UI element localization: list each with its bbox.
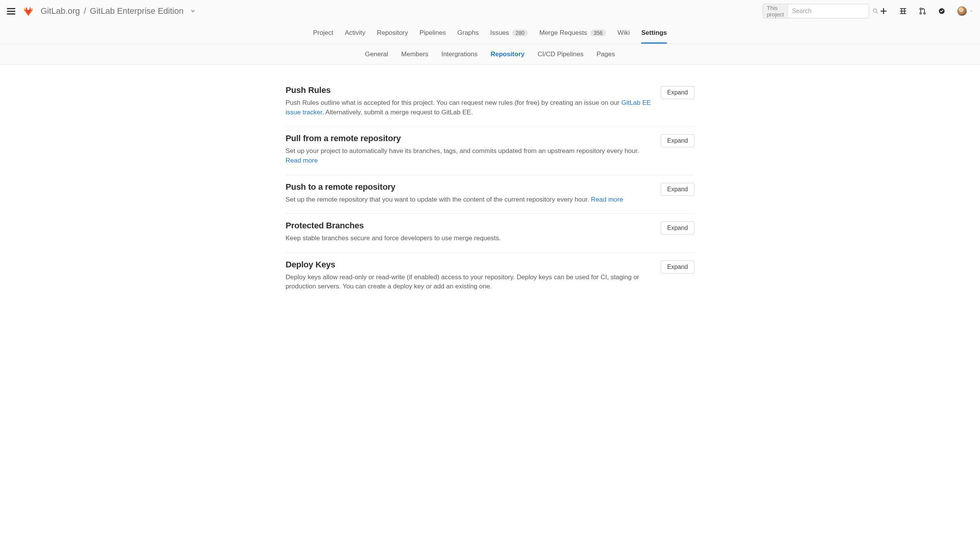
top-bar: GitLab.org / GitLab Enterprise Edition T…	[0, 0, 980, 44]
section-deploy-keys: Deploy Keys Deploy keys allow read-only …	[286, 253, 694, 301]
section-desc: Keep stable branches secure and force de…	[286, 234, 652, 243]
section-pull-remote: Pull from a remote repository Set up you…	[286, 127, 694, 175]
subnav-integrations[interactable]: Intergrations	[442, 50, 478, 58]
issues-icon[interactable]	[899, 7, 907, 15]
nav-settings[interactable]: Settings	[641, 22, 667, 43]
expand-pull-remote-button[interactable]: Expand	[661, 134, 694, 147]
header-actions	[880, 6, 973, 16]
read-more-link[interactable]: Read more	[591, 196, 623, 203]
section-desc: Set up the remote repository that you wa…	[286, 195, 652, 205]
svg-point-2	[920, 8, 921, 10]
nav-graphs[interactable]: Graphs	[457, 22, 479, 43]
plus-icon[interactable]	[880, 7, 887, 15]
merge-request-icon[interactable]	[919, 7, 926, 15]
subnav-pages[interactable]: Pages	[596, 50, 615, 58]
mr-count-badge: 356	[590, 30, 606, 36]
section-title: Pull from a remote repository	[286, 133, 652, 143]
settings-content: Push Rules Push Rules outline what is ac…	[281, 78, 699, 323]
expand-push-remote-button[interactable]: Expand	[661, 183, 694, 196]
chevron-down-icon[interactable]	[190, 8, 196, 14]
read-more-link[interactable]: Read more	[286, 157, 318, 164]
svg-point-3	[920, 13, 921, 14]
subnav-cicd[interactable]: CI/CD Pipelines	[537, 50, 584, 58]
breadcrumb-group[interactable]: GitLab.org	[40, 6, 80, 16]
section-desc: Push Rules outline what is accepted for …	[286, 98, 652, 117]
svg-point-4	[924, 13, 925, 14]
search-icon[interactable]	[873, 8, 878, 14]
breadcrumb-project[interactable]: GitLab Enterprise Edition	[90, 6, 184, 16]
project-nav: Project Activity Repository Pipelines Gr…	[0, 22, 980, 43]
gitlab-logo-icon[interactable]	[23, 6, 34, 17]
section-desc: Set up your project to automatically hav…	[286, 147, 652, 165]
issues-count-badge: 280	[512, 30, 528, 36]
search-scope[interactable]: This project	[763, 4, 788, 18]
nav-activity[interactable]: Activity	[345, 22, 366, 43]
section-protected-branches: Protected Branches Keep stable branches …	[286, 214, 694, 253]
expand-deploy-button[interactable]: Expand	[661, 260, 694, 273]
nav-wiki[interactable]: Wiki	[617, 22, 630, 43]
nav-repository[interactable]: Repository	[377, 22, 408, 43]
menu-icon[interactable]	[7, 7, 16, 16]
subnav-members[interactable]: Members	[401, 50, 428, 58]
nav-issues[interactable]: Issues 280	[490, 22, 528, 43]
section-push-remote: Push to a remote repository Set up the r…	[286, 175, 694, 214]
user-menu[interactable]	[957, 6, 973, 16]
expand-protected-button[interactable]: Expand	[661, 222, 694, 235]
section-title: Deploy Keys	[286, 260, 652, 270]
breadcrumb[interactable]: GitLab.org / GitLab Enterprise Edition	[40, 6, 196, 16]
section-title: Push Rules	[286, 85, 652, 95]
avatar	[957, 6, 967, 16]
search-input[interactable]	[788, 8, 873, 15]
nav-pipelines[interactable]: Pipelines	[420, 22, 446, 43]
expand-push-rules-button[interactable]: Expand	[661, 86, 694, 99]
settings-subnav: General Members Intergrations Repository…	[0, 44, 980, 65]
nav-merge-requests[interactable]: Merge Requests 356	[539, 22, 606, 43]
todos-icon[interactable]	[938, 7, 945, 15]
subnav-repository[interactable]: Repository	[490, 50, 525, 58]
header-row: GitLab.org / GitLab Enterprise Edition T…	[0, 0, 980, 22]
nav-project[interactable]: Project	[313, 22, 333, 43]
section-push-rules: Push Rules Push Rules outline what is ac…	[286, 78, 694, 127]
section-desc: Deploy keys allow read-only or read-writ…	[286, 273, 652, 292]
svg-line-1	[876, 12, 878, 13]
subnav-general[interactable]: General	[365, 50, 388, 58]
section-title: Push to a remote repository	[286, 182, 652, 192]
breadcrumb-separator: /	[84, 6, 86, 16]
section-title: Protected Branches	[286, 221, 652, 231]
caret-down-icon	[969, 9, 973, 13]
search-box[interactable]: This project	[763, 4, 869, 18]
